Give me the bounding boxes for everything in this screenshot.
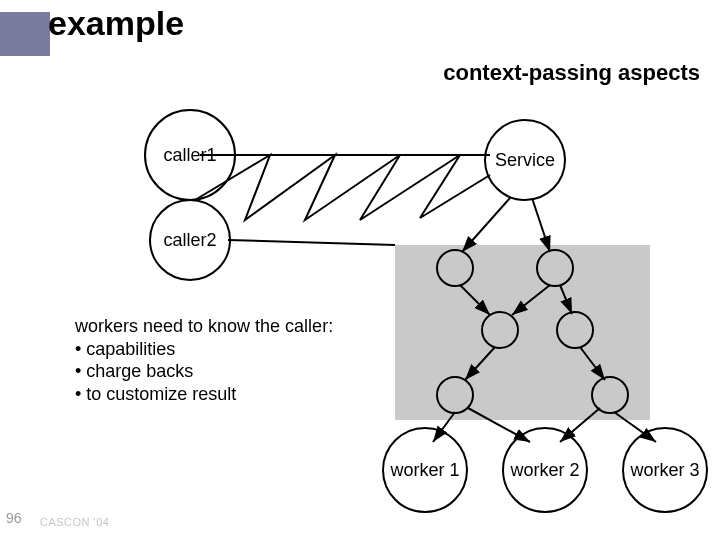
service-label: Service [495, 150, 555, 171]
caller1-label: caller1 [163, 145, 216, 166]
body-bullet-2: • charge backs [75, 360, 333, 383]
body-heading: workers need to know the caller: [75, 315, 333, 338]
caller2-label: caller2 [163, 230, 216, 251]
diagram-svg [0, 0, 720, 540]
workers-region [395, 245, 650, 420]
page-number: 96 [6, 510, 22, 526]
arrow-service-sub1 [462, 198, 510, 252]
slide: example context-passing aspects [0, 0, 720, 540]
body-text: workers need to know the caller: • capab… [75, 315, 333, 405]
footer-text: CASCON '04 [40, 516, 109, 528]
link-caller2-region [228, 240, 395, 245]
worker3-label: worker 3 [630, 460, 699, 481]
arrow-service-sub2 [532, 198, 550, 252]
body-bullet-3: • to customize result [75, 383, 333, 406]
zigzag-lines [195, 155, 490, 220]
worker2-label: worker 2 [510, 460, 579, 481]
body-bullet-1: • capabilities [75, 338, 333, 361]
worker1-label: worker 1 [390, 460, 459, 481]
